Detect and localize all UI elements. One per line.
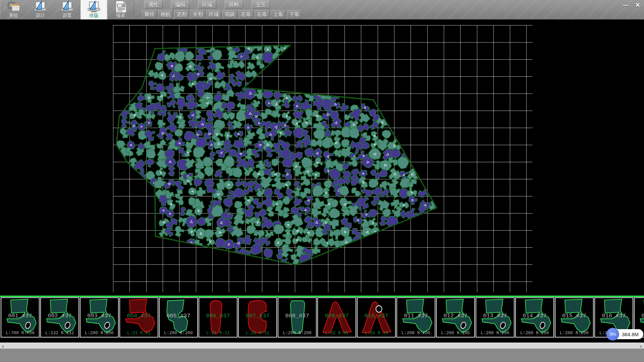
menu-tab-bar: 属性编辑区域排料交互	[144, 1, 278, 9]
application-window: 系统 设计 设置 排版 报表 属	[0, 0, 644, 362]
piece-shape	[516, 298, 554, 337]
tool-button-9[interactable]: 上靠	[271, 10, 286, 19]
window-controls: — ✕	[621, 1, 643, 9]
menu-tab-5[interactable]: 交互	[252, 1, 270, 9]
piece-shape	[41, 298, 79, 337]
piece-thumbnail-006_#37[interactable]: 006_#37L:21 R:21	[199, 297, 237, 338]
menu-tab-2[interactable]: 编辑	[171, 1, 190, 9]
main-button-label: 报表	[116, 13, 125, 18]
main-button-bar: 系统 设计 设置 排版 报表	[0, 0, 134, 19]
piece-shape	[239, 298, 277, 337]
main-button-5[interactable]: 报表	[107, 0, 134, 19]
nesting-workspace[interactable]	[0, 19, 644, 296]
design-ruler-icon	[33, 1, 48, 13]
piece-shape	[2, 298, 39, 337]
memory-badge: 38% 384.8M	[608, 329, 643, 339]
status-bar	[0, 349, 644, 362]
piece-thumbnail-003_#37[interactable]: 003_#37L:200 R:200	[80, 297, 119, 338]
main-button-label: 设计	[36, 13, 45, 18]
nesting-canvas[interactable]	[0, 19, 644, 296]
piece-shape	[437, 298, 475, 337]
horizontal-scrollbar[interactable]: ‹ ›	[0, 343, 644, 349]
tool-button-4[interactable]: 全割	[190, 10, 205, 19]
piece-shape	[200, 298, 237, 337]
main-button-4[interactable]: 排版	[80, 0, 107, 19]
ribbon: 系统 设计 设置 排版 报表 属	[0, 0, 644, 20]
close-button[interactable]: ✕	[633, 1, 643, 9]
piece-thumbnail-005_#37[interactable]: 005_#37L:200 R:200	[159, 297, 198, 338]
piece-shape	[358, 298, 395, 337]
report-doc-icon	[113, 1, 128, 13]
tool-button-3[interactable]: 选割	[174, 10, 189, 19]
piece-thumbnail-001_#37[interactable]: 001_#37L:700 R:700	[1, 297, 40, 338]
main-button-label: 排版	[89, 13, 99, 18]
piece-thumbnail-009_#37[interactable]: 009_#37L:32 R:31	[317, 297, 356, 338]
main-button-label: 设置	[62, 13, 72, 18]
tool-button-7[interactable]: 左靠	[238, 10, 254, 19]
piece-thumbnail-013_#37[interactable]: 013_#37L:200 R:200	[476, 297, 515, 338]
piece-thumbnail-010_#37[interactable]: 010_#37L:33 R:33	[357, 297, 396, 338]
scroll-right-arrow[interactable]: ›	[638, 343, 644, 349]
piece-shape	[397, 298, 435, 337]
system-gear-icon	[6, 1, 21, 13]
piece-shape	[279, 298, 316, 337]
filmstrip-accent-line	[0, 296, 644, 297]
tool-button-6[interactable]: 瑕疵	[222, 10, 237, 19]
main-button-3[interactable]: 设置	[54, 0, 80, 19]
menu-tab-3[interactable]: 区域	[198, 1, 216, 9]
piece-thumbnail-011_#37[interactable]: 011_#37L:200 R:200	[396, 297, 435, 338]
piece-thumbnail-015_#37[interactable]: 015_#37L:200 R:200	[555, 297, 594, 338]
tool-button-8[interactable]: 右靠	[255, 10, 270, 19]
progress-circle: 38%	[606, 328, 619, 341]
menu-tab-1[interactable]: 属性	[144, 1, 163, 9]
piece-thumbnail-014_#37[interactable]: 014_#37L:200 R:200	[515, 297, 554, 338]
memory-value: 384.8M	[622, 329, 639, 339]
tool-button-5[interactable]: 区域	[206, 10, 221, 19]
piece-thumbnail-004_#37[interactable]: 004_#37L:31 R:31	[119, 297, 158, 338]
main-button-2[interactable]: 设计	[27, 0, 54, 19]
tool-button-2[interactable]: 相机	[158, 10, 173, 19]
main-button-1[interactable]: 系统	[0, 0, 27, 19]
piece-filmstrip: 001_#37L:700 R:700002_#37L:132 R:132003_…	[0, 296, 644, 343]
piece-shape	[556, 298, 593, 337]
tool-button-bar: 聚排相机选割全割区域瑕疵左靠右靠上靠下靠	[142, 10, 303, 19]
piece-thumbnail-008_#37[interactable]: 008_#37L:200 R:200	[278, 297, 317, 338]
main-button-label: 系统	[9, 13, 18, 18]
piece-shape	[477, 298, 514, 337]
filmstrip-cells: 001_#37L:700 R:700002_#37L:132 R:132003_…	[0, 297, 644, 338]
settings-ruler-icon	[60, 1, 74, 13]
tool-button-10[interactable]: 下靠	[287, 10, 302, 19]
piece-shape	[318, 298, 356, 337]
tool-button-1[interactable]: 聚排	[142, 10, 157, 19]
layout-ruler-icon	[87, 1, 101, 13]
piece-shape	[81, 298, 118, 337]
menu-tab-4[interactable]: 排料	[225, 1, 243, 9]
scroll-left-arrow[interactable]: ‹	[0, 343, 6, 349]
piece-thumbnail-007_#37[interactable]: 007_#37L:31 R:31	[238, 297, 277, 338]
minimize-button[interactable]: —	[621, 1, 631, 9]
piece-shape	[120, 298, 158, 337]
piece-shape	[160, 298, 198, 337]
piece-thumbnail-012_#37[interactable]: 012_#37L:200 R:200	[436, 297, 475, 338]
piece-thumbnail-002_#37[interactable]: 002_#37L:132 R:132	[40, 297, 79, 338]
